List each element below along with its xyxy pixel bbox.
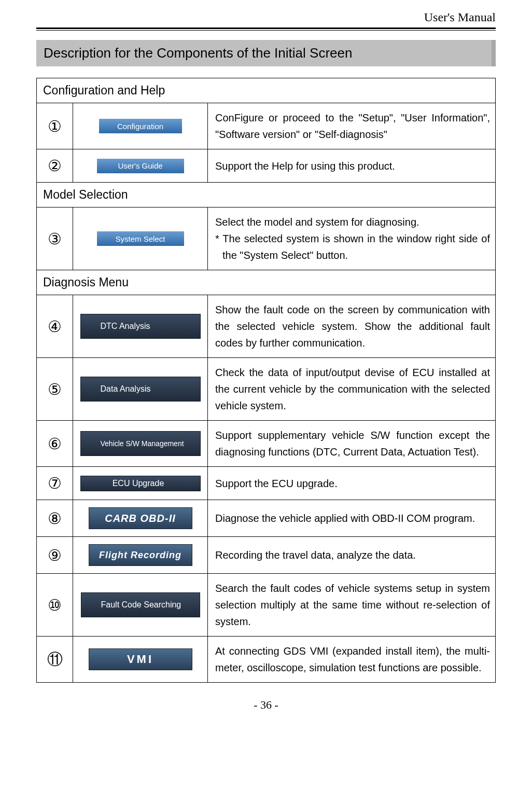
- description-text: Support supplementary vehicle S/W functi…: [208, 421, 495, 466]
- button-cell: DTC Analysis: [73, 295, 208, 357]
- button-cell: Fault Code Searching: [73, 574, 208, 636]
- desc-text: Diagnose the vehicle applied with OBD-II…: [215, 510, 490, 527]
- row-ecu-upgrade: ⑦ ECU Upgrade Support the ECU upgrade.: [37, 467, 495, 500]
- row-fault-code-search: ⑩ Fault Code Searching Search the fault …: [37, 574, 495, 637]
- row-system-select: ③ System Select Select the model and sys…: [37, 208, 495, 270]
- description-text: Search the fault codes of vehicle system…: [208, 574, 495, 636]
- button-cell: CARB OBD-II: [73, 500, 208, 536]
- description-text: Support the ECU upgrade.: [208, 467, 495, 500]
- ecu-upgrade-button[interactable]: ECU Upgrade: [80, 476, 201, 491]
- description-text: Check the data of input/output devise of…: [208, 358, 495, 420]
- flight-recording-button[interactable]: Flight Recording: [89, 544, 192, 566]
- section-config-help: Configuration and Help: [37, 78, 495, 103]
- button-cell: System Select: [73, 208, 208, 270]
- data-analysis-button[interactable]: Data Analysis: [80, 377, 201, 402]
- section-diagnosis-menu: Diagnosis Menu: [37, 270, 495, 295]
- desc-text: Support the ECU upgrade.: [215, 475, 490, 492]
- number-label: ⑨: [37, 537, 73, 573]
- desc-text: Support supplementary vehicle S/W functi…: [215, 427, 490, 460]
- page-content: User's Manual Description for the Compon…: [0, 0, 532, 727]
- desc-note: * The selected system is shown in the wi…: [215, 230, 490, 264]
- row-dtc-analysis: ④ DTC Analysis Show the fault code on th…: [37, 295, 495, 358]
- carb-obd-button[interactable]: CARB OBD-II: [89, 507, 192, 529]
- row-carb-obd: ⑧ CARB OBD-II Diagnose the vehicle appli…: [37, 500, 495, 537]
- desc-text: Select the model and system for diagnosi…: [215, 214, 490, 230]
- vehicle-sw-mgmt-button[interactable]: Vehicle S/W Management: [80, 431, 201, 456]
- description-text: At connecting GDS VMI (expanded install …: [208, 637, 495, 682]
- description-text: ConFigure or proceed to the "Setup", "Us…: [208, 103, 495, 149]
- header-rule: [36, 27, 496, 31]
- button-cell: ECU Upgrade: [73, 467, 208, 500]
- number-label: ⑪: [37, 637, 73, 682]
- dtc-analysis-button[interactable]: DTC Analysis: [80, 314, 201, 339]
- description-text: Support the Help for using this product.: [208, 149, 495, 182]
- row-configuration: ① Configuration ConFigure or proceed to …: [37, 103, 495, 149]
- description-text: Diagnose the vehicle applied with OBD-II…: [208, 500, 495, 536]
- desc-text: Show the fault code on the screen by com…: [215, 301, 490, 351]
- number-label: ④: [37, 295, 73, 357]
- description-text: Show the fault code on the screen by com…: [208, 295, 495, 357]
- button-cell: User's Guide: [73, 149, 208, 182]
- number-label: ⑤: [37, 358, 73, 420]
- button-cell: Configuration: [73, 103, 208, 149]
- number-label: ⑦: [37, 467, 73, 500]
- button-cell: VMI: [73, 637, 208, 682]
- vmi-button[interactable]: VMI: [89, 648, 192, 670]
- button-cell: Vehicle S/W Management: [73, 421, 208, 466]
- number-label: ①: [37, 103, 73, 149]
- row-vehicle-sw-mgmt: ⑥ Vehicle S/W Management Support supplem…: [37, 421, 495, 467]
- desc-text: ConFigure or proceed to the "Setup", "Us…: [215, 109, 490, 143]
- number-label: ③: [37, 208, 73, 270]
- users-guide-button[interactable]: User's Guide: [97, 159, 184, 173]
- row-flight-recording: ⑨ Flight Recording Recording the travel …: [37, 537, 495, 574]
- description-text: Recording the travel data, analyze the d…: [208, 537, 495, 573]
- number-label: ⑧: [37, 500, 73, 536]
- section-model-selection: Model Selection: [37, 183, 495, 208]
- main-heading: Description for the Components of the In…: [36, 40, 496, 66]
- desc-text: Recording the travel data, analyze the d…: [215, 547, 490, 563]
- row-data-analysis: ⑤ Data Analysis Check the data of input/…: [37, 358, 495, 421]
- header-title: User's Manual: [36, 10, 496, 27]
- system-select-button[interactable]: System Select: [97, 231, 184, 246]
- content-table: Configuration and Help ① Configuration C…: [36, 78, 496, 683]
- number-label: ⑥: [37, 421, 73, 466]
- fault-code-searching-button[interactable]: Fault Code Searching: [81, 592, 200, 617]
- configuration-button[interactable]: Configuration: [99, 119, 182, 133]
- button-cell: Data Analysis: [73, 358, 208, 420]
- desc-text: Check the data of input/output devise of…: [215, 364, 490, 414]
- number-label: ⑩: [37, 574, 73, 636]
- number-label: ②: [37, 149, 73, 182]
- button-cell: Flight Recording: [73, 537, 208, 573]
- row-vmi: ⑪ VMI At connecting GDS VMI (expanded in…: [37, 637, 495, 682]
- row-users-guide: ② User's Guide Support the Help for usin…: [37, 149, 495, 183]
- desc-text: Search the fault codes of vehicle system…: [215, 580, 490, 630]
- page-number: - 36 -: [36, 698, 496, 712]
- description-text: Select the model and system for diagnosi…: [208, 208, 495, 270]
- desc-text: At connecting GDS VMI (expanded install …: [215, 643, 490, 676]
- desc-text: Support the Help for using this product.: [215, 158, 490, 174]
